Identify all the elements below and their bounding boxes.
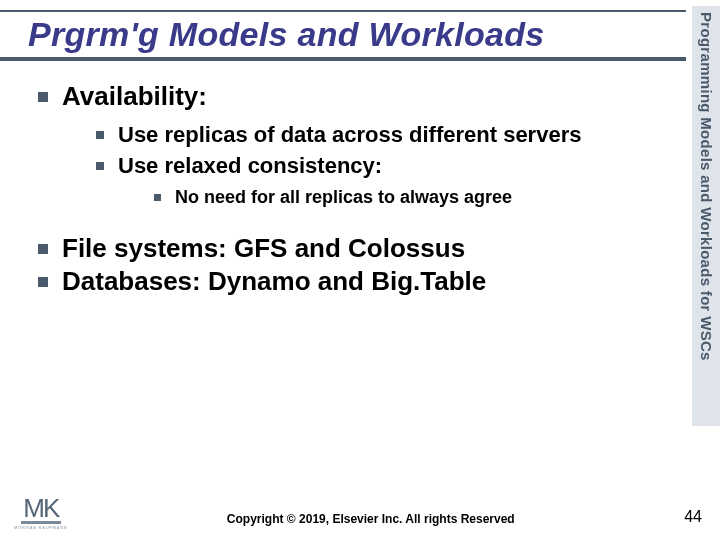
bullet-level3: No need for all replicas to always agree bbox=[154, 186, 672, 209]
bullet-level1: Availability: Use replicas of data acros… bbox=[38, 80, 672, 208]
square-bullet-icon bbox=[154, 194, 161, 201]
publisher-logo: MK MORGAN KAUFMANN bbox=[14, 498, 68, 530]
section-tab: Programming Models and Workloads for WSC… bbox=[692, 6, 720, 426]
content-area: Availability: Use replicas of data acros… bbox=[38, 80, 672, 297]
square-bullet-icon bbox=[38, 244, 48, 254]
bullet-text: No need for all replicas to always agree bbox=[175, 186, 512, 209]
slide-title: Prgrm'g Models and Workloads bbox=[28, 15, 686, 54]
title-band: Prgrm'g Models and Workloads bbox=[0, 10, 686, 61]
square-bullet-icon bbox=[38, 277, 48, 287]
bullet-text: File systems: GFS and Colossus bbox=[62, 232, 465, 265]
bullet-level1-group: File systems: GFS and Colossus Databases… bbox=[38, 232, 672, 297]
bullet-level2: Use relaxed consistency: bbox=[96, 152, 672, 180]
bullet-text: Use relaxed consistency: bbox=[118, 152, 382, 180]
page-number: 44 bbox=[674, 508, 702, 530]
copyright-text: Copyright © 2019, Elsevier Inc. All righ… bbox=[68, 512, 674, 530]
footer: MK MORGAN KAUFMANN Copyright © 2019, Els… bbox=[0, 498, 720, 530]
bullet-text: Databases: Dynamo and Big.Table bbox=[62, 265, 486, 298]
section-tab-label: Programming Models and Workloads for WSC… bbox=[698, 12, 715, 361]
bullet-level2-group: Use replicas of data across different se… bbox=[96, 121, 672, 209]
bullet-level3-group: No need for all replicas to always agree bbox=[154, 186, 672, 209]
bullet-heading: Availability: bbox=[62, 80, 207, 113]
square-bullet-icon bbox=[96, 162, 104, 170]
square-bullet-icon bbox=[96, 131, 104, 139]
logo-subtext: MORGAN KAUFMANN bbox=[14, 525, 68, 530]
logo-divider bbox=[21, 521, 61, 524]
slide: Prgrm'g Models and Workloads Programming… bbox=[0, 0, 720, 540]
square-bullet-icon bbox=[38, 92, 48, 102]
logo-text: MK bbox=[23, 498, 58, 519]
bullet-level1: Databases: Dynamo and Big.Table bbox=[38, 265, 672, 298]
bullet-text: Use replicas of data across different se… bbox=[118, 121, 581, 149]
bullet-level2: Use replicas of data across different se… bbox=[96, 121, 672, 149]
bullet-level1: File systems: GFS and Colossus bbox=[38, 232, 672, 265]
